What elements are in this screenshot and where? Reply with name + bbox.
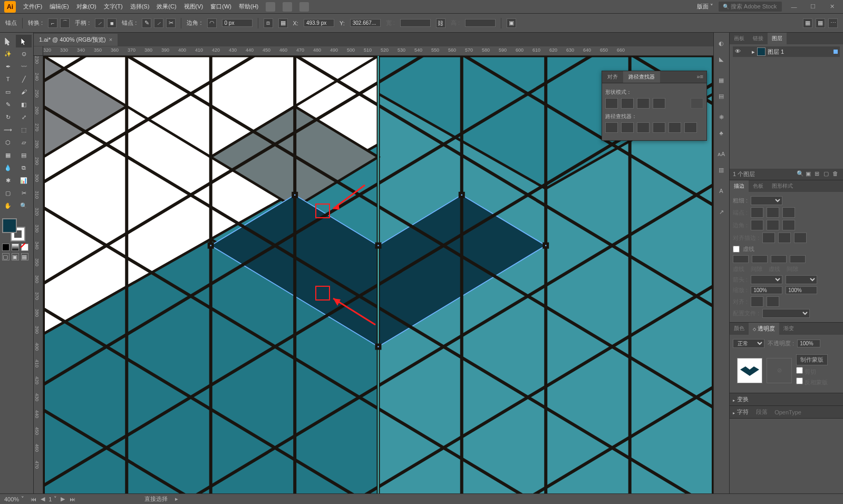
arrow-start-select[interactable] <box>751 275 782 284</box>
prev-artboard-button[interactable]: ◀ <box>39 496 46 503</box>
tab-swatches[interactable]: 色板 <box>749 180 768 192</box>
tab-links[interactable]: 链接 <box>749 33 768 44</box>
handle-show-icon[interactable]: ⟋ <box>95 18 104 28</box>
width-tool[interactable]: ⟿ <box>0 123 16 136</box>
line-tool[interactable]: ╱ <box>16 73 32 85</box>
h-value-input[interactable] <box>465 19 496 27</box>
tab-graphic-styles[interactable]: 图形样式 <box>768 180 797 192</box>
intersect-button[interactable] <box>637 98 650 109</box>
maximize-button[interactable]: ☐ <box>806 2 820 12</box>
workspace-switcher[interactable]: 版面 ˅ <box>697 3 713 11</box>
trim-button[interactable] <box>621 122 634 133</box>
tab-layers[interactable]: 图层 <box>768 33 787 44</box>
perspective-tool[interactable]: ▱ <box>16 136 32 149</box>
curvature-tool[interactable]: 〰 <box>16 60 32 73</box>
magic-wand-tool[interactable]: ✨ <box>0 47 16 60</box>
crop-button[interactable] <box>653 122 665 133</box>
fill-swatch[interactable] <box>2 218 17 233</box>
merge-button[interactable] <box>637 122 650 133</box>
type-tool[interactable]: T <box>0 73 16 85</box>
paintbrush-tool[interactable]: 🖌 <box>16 85 32 98</box>
mesh-tool[interactable]: ▦ <box>0 149 16 161</box>
zoom-dropdown-icon[interactable]: ˅ <box>21 496 24 502</box>
tab-stroke[interactable]: 描边 <box>730 180 749 192</box>
join-round-icon[interactable] <box>767 220 779 230</box>
tab-align[interactable]: 对齐 <box>602 71 623 83</box>
swatches-panel-icon[interactable]: ▦ <box>714 73 729 88</box>
zoom-level[interactable]: 400% <box>4 496 19 502</box>
cap-square-icon[interactable] <box>782 207 795 218</box>
draw-normal-icon[interactable]: ▢ <box>2 253 9 260</box>
connect-anchor-icon[interactable]: ⟋ <box>154 18 163 28</box>
blend-tool[interactable]: ⧉ <box>16 161 32 174</box>
ref-point-icon[interactable]: ▦ <box>278 18 288 28</box>
transform-panel-icon[interactable]: ▦ <box>816 18 825 28</box>
arrow-end-select[interactable] <box>786 275 817 284</box>
bridge-icon[interactable] <box>266 2 275 12</box>
w-value-input[interactable] <box>400 19 431 27</box>
eraser-tool[interactable]: ◧ <box>16 98 32 111</box>
dash-2-input[interactable] <box>771 255 787 263</box>
panel-menu-icon[interactable]: »≡ <box>693 71 706 83</box>
align-inside-icon[interactable] <box>778 232 791 243</box>
join-miter-icon[interactable] <box>751 220 763 230</box>
locate-object-icon[interactable]: 🔍 <box>797 170 804 178</box>
tab-color[interactable]: 颜色 <box>730 323 749 335</box>
menu-type[interactable]: 文字(T) <box>104 3 123 11</box>
libraries-panel-icon[interactable]: ↗ <box>714 205 729 219</box>
make-mask-button[interactable]: 制作蒙版 <box>796 354 828 365</box>
menu-view[interactable]: 视图(V) <box>184 3 204 11</box>
symbols-panel-icon[interactable]: ❋ <box>714 110 729 124</box>
lasso-tool[interactable]: ⊙ <box>16 47 32 60</box>
transparency-thumbnail[interactable] <box>737 358 762 383</box>
tab-pathfinder[interactable]: 路径查找器 <box>623 71 660 83</box>
rectangle-tool[interactable]: ▭ <box>0 85 16 98</box>
transform-accordion[interactable]: 变换 <box>730 393 843 406</box>
arrange-icon[interactable] <box>299 2 309 12</box>
close-button[interactable]: ✕ <box>825 2 839 12</box>
document-tab-close[interactable]: × <box>109 36 112 43</box>
document-tab[interactable]: 1.ai* @ 400% (RGB/预览) × <box>34 34 118 46</box>
menu-effect[interactable]: 效果(C) <box>157 3 176 11</box>
menu-edit[interactable]: 编辑(E) <box>50 3 69 11</box>
convert-corner-icon[interactable]: ⌐ <box>48 18 57 28</box>
exclude-button[interactable] <box>653 98 665 109</box>
menu-file[interactable]: 文件(F) <box>23 3 42 11</box>
convert-smooth-icon[interactable]: ⌒ <box>60 18 70 28</box>
zoom-tool[interactable]: 🔍 <box>16 199 32 212</box>
appearance-panel-icon[interactable]: ᴀA <box>714 147 729 161</box>
remove-anchor-icon[interactable]: ✎ <box>142 18 151 28</box>
align-to-icon[interactable]: ▦ <box>803 18 812 28</box>
shape-builder-tool[interactable]: ⬡ <box>0 136 16 149</box>
color-mode-solid[interactable] <box>2 244 9 251</box>
constrain-icon[interactable]: ⧈ <box>264 18 273 28</box>
extra-icon[interactable]: ⋯ <box>828 18 838 28</box>
y-value-input[interactable] <box>350 19 381 27</box>
draw-behind-icon[interactable]: ▣ <box>12 253 19 260</box>
character-panel-icon[interactable]: A <box>714 183 729 198</box>
minus-front-button[interactable] <box>621 98 634 109</box>
visibility-toggle-icon[interactable]: 👁 <box>735 48 742 55</box>
arrow-scale-start[interactable] <box>751 286 782 294</box>
shaper-tool[interactable]: ✎ <box>0 98 16 111</box>
join-bevel-icon[interactable] <box>782 220 795 230</box>
artboard-tool[interactable]: ▢ <box>0 187 16 199</box>
symbol-sprayer-tool[interactable]: ✱ <box>0 174 16 187</box>
blend-mode-select[interactable]: 正常 <box>733 339 764 348</box>
mask-thumbnail[interactable]: ⊘ <box>767 358 792 383</box>
menu-help[interactable]: 帮助(H) <box>239 3 258 11</box>
eyedropper-tool[interactable]: 💧 <box>0 161 16 174</box>
layer-name[interactable]: 图层 1 <box>768 48 831 56</box>
stock-icon[interactable] <box>283 2 292 12</box>
link-wh-icon[interactable]: ⛓ <box>436 18 445 28</box>
color-guide-icon[interactable]: ◣ <box>714 52 729 66</box>
new-layer-icon[interactable]: ▢ <box>823 170 831 178</box>
tab-transparency[interactable]: ◇ 透明度 <box>749 323 779 335</box>
first-artboard-button[interactable]: ⏮ <box>30 496 37 503</box>
scale-tool[interactable]: ⤢ <box>16 111 32 123</box>
make-clipping-mask-icon[interactable]: ▣ <box>806 170 813 178</box>
rotate-tool[interactable]: ↻ <box>0 111 16 123</box>
slice-tool[interactable]: ✂ <box>16 187 32 199</box>
isolate-icon[interactable]: ▣ <box>507 18 516 28</box>
selection-tool[interactable] <box>0 35 16 47</box>
